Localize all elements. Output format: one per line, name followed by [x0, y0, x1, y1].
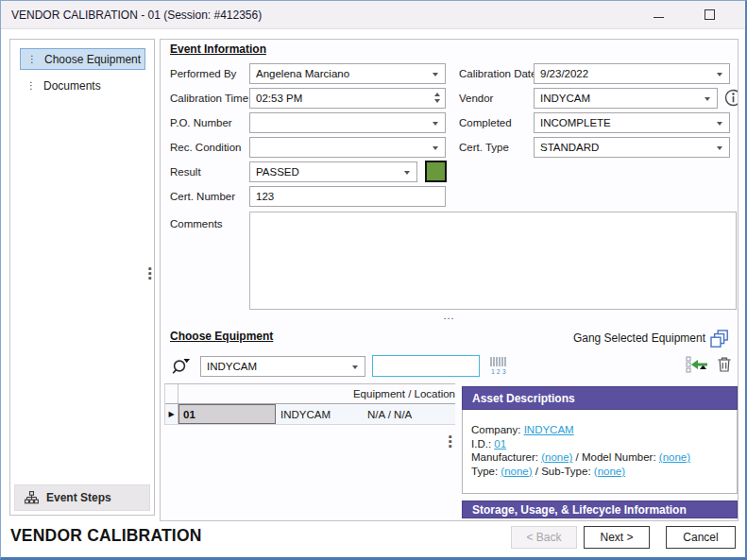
asset-manufacturer-line: Manufacturer: (none) / Model Number: (no…	[471, 450, 728, 465]
cert-type-label: Cert. Type	[459, 137, 509, 158]
result-value: PASSED	[256, 166, 299, 178]
calibration-date-combo[interactable]: 9/23/2022	[534, 63, 730, 84]
chevron-down-icon	[433, 122, 438, 126]
grid-import-icon[interactable]	[686, 354, 710, 375]
asset-descriptions-header: Asset Descriptions	[462, 386, 738, 410]
asset-company-line: Company: INDYCAM	[471, 423, 728, 437]
asset-type-line: Type: (none) / Sub-Type: (none)	[471, 465, 728, 479]
minimize-icon	[654, 17, 664, 18]
equipment-filter-value: INDYCAM	[207, 361, 257, 372]
row-location-cell[interactable]: N/A / N/A	[356, 404, 455, 424]
subtype-link[interactable]: (none)	[594, 466, 625, 477]
sidebar-item-choose-equipment[interactable]: ⋮ Choose Equipment	[20, 48, 145, 70]
subtype-label: / Sub-Type:	[535, 466, 591, 477]
delete-icon[interactable]	[717, 356, 732, 373]
chevron-down-icon	[717, 73, 722, 76]
calibration-time-label: Calibration Time	[170, 88, 248, 109]
type-link[interactable]: (none)	[501, 466, 532, 477]
vendor-label: Vendor	[459, 88, 493, 109]
panel-splitter-grip[interactable]: ▪▪▪	[148, 266, 152, 280]
calibration-date-value: 9/23/2022	[540, 68, 588, 79]
sidebar-item-documents[interactable]: ⋮ Documents	[20, 75, 145, 96]
chevron-down-icon	[433, 73, 438, 76]
rec-condition-combo[interactable]	[249, 137, 446, 158]
po-number-combo[interactable]	[249, 112, 446, 133]
gang-copy-icon[interactable]	[710, 330, 729, 348]
name-column-header[interactable]	[274, 384, 353, 403]
maximize-button[interactable]	[690, 1, 728, 28]
asset-descriptions-body: Company: INDYCAM I.D.: 01 Manufacturer: …	[462, 410, 738, 494]
chevron-down-icon	[717, 122, 722, 126]
page-title: VENDOR CALIBRATION	[10, 526, 202, 546]
chevron-down-icon	[705, 97, 710, 101]
next-button[interactable]: Next >	[584, 526, 650, 549]
result-label: Result	[170, 161, 201, 182]
current-row-marker-icon: ▶	[165, 404, 178, 424]
completed-label: Completed	[459, 112, 512, 133]
performed-by-combo[interactable]: Angelena Marciano	[249, 63, 446, 84]
asset-descriptions-panel: Asset Descriptions Company: INDYCAM I.D.…	[462, 386, 738, 494]
calibration-time-value: 02:53 PM	[256, 93, 302, 104]
cert-type-value: STANDARD	[540, 142, 599, 153]
model-number-label: / Model Number:	[576, 451, 656, 463]
row-id-cell[interactable]: 01	[178, 404, 276, 424]
chevron-down-icon	[352, 365, 358, 369]
table-row[interactable]: ▶ 01 INDYCAM N/A / N/A	[165, 404, 455, 425]
event-steps-button[interactable]: Event Steps	[14, 484, 150, 511]
row-indicator-header	[165, 384, 178, 403]
performed-by-label: Performed By	[170, 63, 236, 84]
performed-by-value: Angelena Marciano	[256, 68, 349, 79]
manufacturer-link[interactable]: (none)	[541, 451, 572, 463]
barcode-scan-icon[interactable]: 1 2 3	[488, 355, 511, 376]
main-panel: Event Information Performed By Angelena …	[160, 39, 739, 521]
search-icon[interactable]	[170, 355, 192, 377]
gang-selected-equipment-label: Gang Selected Equipment	[573, 331, 705, 345]
company-link[interactable]: INDYCAM	[524, 424, 574, 435]
result-status-color-swatch	[425, 161, 447, 182]
equipment-filter-combo[interactable]: INDYCAM	[200, 356, 365, 377]
comments-label: Comments	[170, 213, 223, 234]
model-number-link[interactable]: (none)	[659, 451, 690, 463]
vendor-combo[interactable]: INDYCAM	[534, 88, 718, 109]
vendor-calibration-dialog: VENDOR CALIBRATION - 01 (Session: #41235…	[0, 0, 747, 560]
type-label: Type:	[471, 466, 498, 477]
completed-combo[interactable]: INCOMPLETE	[534, 112, 730, 133]
cert-number-value: 123	[256, 191, 274, 202]
completed-value: INCOMPLETE	[540, 117, 611, 128]
comments-textarea[interactable]	[249, 212, 737, 310]
vendor-info-icon[interactable]	[724, 89, 739, 107]
equipment-location-column-header[interactable]: Equipment / Location	[353, 384, 455, 403]
equipment-scan-input[interactable]	[372, 355, 480, 377]
calibration-date-label: Calibration Date	[459, 63, 536, 84]
chevron-down-icon	[404, 171, 410, 175]
org-chart-icon	[25, 491, 39, 504]
svg-text:1 2 3: 1 2 3	[491, 368, 506, 375]
grip-dots-icon: ⋮	[27, 54, 36, 64]
chevron-down-icon	[717, 146, 722, 150]
spinner-arrows-icon[interactable]	[434, 93, 440, 103]
sidebar-item-label: Documents	[43, 79, 101, 93]
row-name-cell[interactable]: INDYCAM	[276, 404, 356, 424]
po-number-label: P.O. Number	[170, 112, 232, 133]
cert-number-field[interactable]: 123	[249, 186, 446, 207]
id-column-header[interactable]	[178, 384, 274, 403]
table-asset-splitter-grip[interactable]: ▪▪▪	[449, 434, 452, 449]
back-button[interactable]: < Back	[511, 526, 577, 549]
chevron-down-icon	[433, 146, 438, 150]
company-label: Company:	[471, 424, 520, 435]
minimize-button[interactable]	[639, 1, 677, 28]
title-bar: VENDOR CALIBRATION - 01 (Session: #41235…	[1, 1, 745, 29]
event-steps-label: Event Steps	[46, 491, 111, 504]
horizontal-splitter-handle[interactable]: ...	[161, 311, 738, 320]
grip-dots-icon: ⋮	[26, 80, 35, 91]
cancel-button[interactable]: Cancel	[666, 526, 736, 549]
choose-equipment-heading: Choose Equipment	[170, 330, 273, 343]
calibration-time-spinner[interactable]: 02:53 PM	[249, 88, 446, 109]
id-link[interactable]: 01	[494, 438, 506, 450]
storage-usage-lifecycle-header: Storage, Usage, & Lifecycle Information	[462, 501, 738, 518]
cert-number-label: Cert. Number	[170, 186, 235, 207]
result-combo[interactable]: PASSED	[249, 161, 417, 182]
cert-type-combo[interactable]: STANDARD	[534, 137, 730, 158]
manufacturer-label: Manufacturer:	[471, 451, 538, 463]
equipment-table: Equipment / Location ▶ 01 INDYCAM N/A / …	[164, 383, 455, 425]
